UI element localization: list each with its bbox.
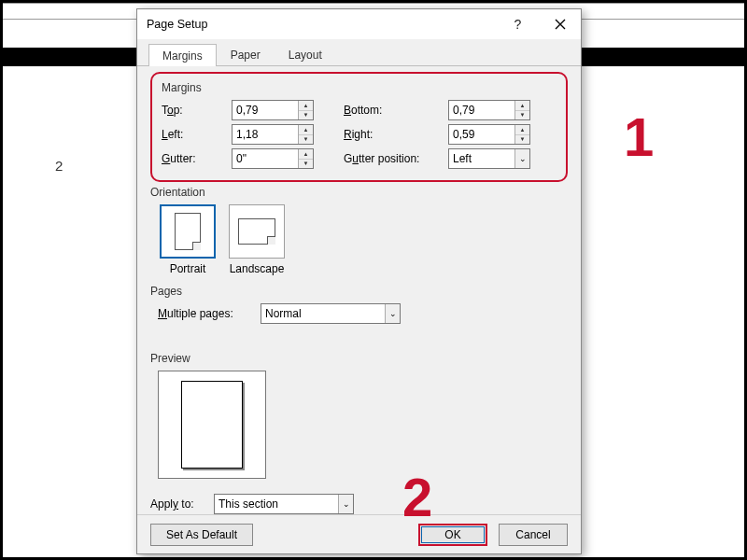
chevron-down-icon: ⌄	[338, 495, 353, 513]
orientation-row: Portrait Landscape	[158, 204, 568, 275]
left-spin-down[interactable]: ▼	[299, 135, 313, 145]
apply-to-value: This section	[215, 497, 338, 511]
gutter-label: Gutter:	[162, 152, 232, 165]
chevron-down-icon: ⌄	[385, 304, 400, 323]
right-spin-down[interactable]: ▼	[515, 135, 529, 145]
left-spinner[interactable]: ▲▼	[232, 124, 314, 145]
gutter-spinner[interactable]: ▲▼	[232, 148, 314, 169]
dialog-body: Margins Top: ▲▼ Bottom: ▲▼ Left: ▲▼	[137, 66, 581, 514]
cancel-button[interactable]: Cancel	[499, 524, 568, 546]
gutter-position-value: Left	[449, 152, 514, 165]
top-spin-down[interactable]: ▼	[299, 111, 313, 120]
bottom-input[interactable]	[449, 101, 514, 119]
right-input[interactable]	[449, 125, 514, 144]
pages-group-label: Pages	[150, 285, 568, 298]
apply-to-label: Apply to:	[150, 497, 214, 511]
orientation-group-label: Orientation	[150, 186, 568, 199]
top-spinner[interactable]: ▲▼	[232, 100, 314, 120]
close-icon	[555, 19, 566, 30]
bottom-spinner[interactable]: ▲▼	[448, 100, 530, 120]
multiple-pages-value: Normal	[261, 307, 385, 320]
top-spin-up[interactable]: ▲	[299, 101, 313, 111]
portrait-icon	[175, 213, 201, 250]
gutter-position-label: Gutter position:	[344, 152, 448, 165]
left-spin-up[interactable]: ▲	[299, 125, 313, 135]
bottom-label: Bottom:	[344, 104, 448, 117]
margins-group-label: Margins	[162, 81, 557, 94]
gutter-position-select[interactable]: Left ⌄	[448, 148, 530, 169]
help-button[interactable]: ?	[497, 9, 539, 39]
orientation-portrait[interactable]: Portrait	[158, 204, 218, 275]
orientation-landscape[interactable]: Landscape	[227, 204, 287, 275]
page-setup-dialog: Page Setup ? Margins Paper Layout Margin…	[136, 8, 582, 554]
gutter-spin-down[interactable]: ▼	[299, 160, 313, 169]
margins-highlight-box: Margins Top: ▲▼ Bottom: ▲▼ Left: ▲▼	[150, 72, 568, 182]
tab-layout[interactable]: Layout	[275, 43, 336, 65]
callout-2: 2	[402, 466, 432, 528]
portrait-label: Portrait	[158, 262, 218, 275]
preview-box	[158, 371, 266, 479]
landscape-icon	[238, 218, 275, 245]
tab-row: Margins Paper Layout	[137, 39, 581, 66]
left-label: Left:	[162, 128, 232, 141]
dialog-footer: Set As Default OK Cancel	[137, 514, 581, 553]
right-spin-up[interactable]: ▲	[515, 125, 529, 135]
bottom-spin-down[interactable]: ▼	[515, 111, 529, 120]
top-label: Top:	[162, 104, 232, 117]
tab-margins[interactable]: Margins	[148, 44, 217, 66]
bottom-spin-up[interactable]: ▲	[515, 101, 529, 111]
apply-to-select[interactable]: This section ⌄	[214, 494, 354, 514]
preview-group-label: Preview	[150, 352, 568, 365]
set-default-button[interactable]: Set As Default	[150, 524, 253, 546]
top-input[interactable]	[233, 101, 298, 119]
right-spinner[interactable]: ▲▼	[448, 124, 530, 145]
right-label: Right:	[344, 128, 448, 141]
gutter-input[interactable]	[233, 149, 298, 168]
multiple-pages-select[interactable]: Normal ⌄	[261, 303, 401, 324]
titlebar: Page Setup ?	[137, 9, 581, 39]
gutter-spin-up[interactable]: ▲	[299, 149, 313, 160]
multiple-pages-label: Multiple pages:	[158, 307, 261, 320]
close-button[interactable]	[539, 9, 581, 39]
left-input[interactable]	[233, 125, 298, 144]
callout-1: 1	[624, 105, 654, 168]
apply-to-row: Apply to: This section ⌄	[150, 494, 568, 514]
preview-page-icon	[181, 381, 243, 469]
tab-paper[interactable]: Paper	[217, 43, 275, 65]
page-number: 2	[55, 158, 63, 174]
landscape-label: Landscape	[227, 262, 287, 275]
dialog-title: Page Setup	[137, 18, 497, 31]
chevron-down-icon: ⌄	[514, 149, 529, 168]
